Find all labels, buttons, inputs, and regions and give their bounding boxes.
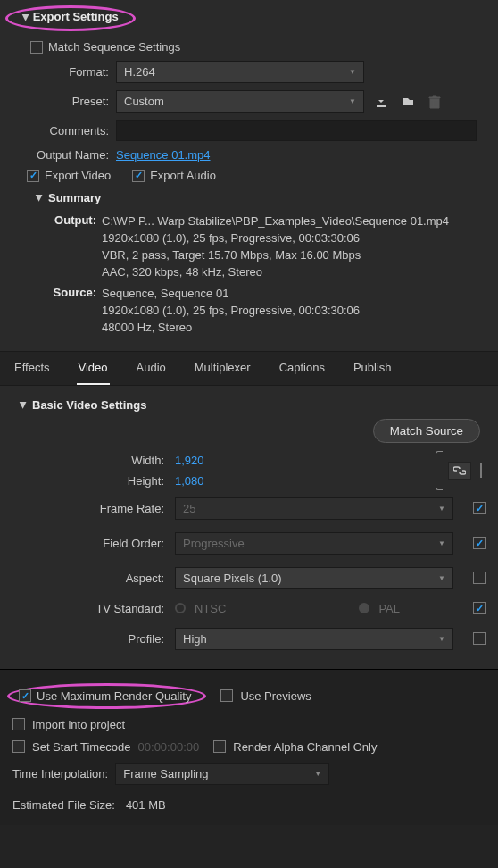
summary-source-text: Sequence, Sequence 01 1920x1080 (1.0), 2… — [102, 286, 487, 337]
import-project-label: Import into project — [32, 718, 125, 731]
tab-audio[interactable]: Audio — [135, 352, 168, 385]
export-audio-checkbox[interactable] — [132, 170, 145, 182]
chevron-down-icon: ▼ — [438, 539, 445, 547]
chevron-down-icon[interactable]: ▶ — [19, 401, 29, 408]
tab-video[interactable]: Video — [77, 352, 110, 385]
chevron-down-icon: ▼ — [349, 97, 356, 105]
aspect-select[interactable]: Square Pixels (1.0) ▼ — [175, 567, 453, 589]
summary-title: Summary — [48, 191, 101, 204]
use-previews-checkbox[interactable] — [220, 689, 233, 702]
aspect-label: Aspect: — [12, 572, 164, 585]
tab-captions[interactable]: Captions — [278, 352, 327, 385]
est-size-value: 401 MB — [126, 798, 166, 812]
use-previews-label: Use Previews — [240, 689, 311, 703]
tabs: Effects Video Audio Multiplexer Captions… — [0, 351, 498, 386]
time-interp-value: Frame Sampling — [123, 767, 208, 780]
chevron-down-icon: ▼ — [438, 635, 445, 643]
field-order-match-checkbox[interactable] — [473, 537, 486, 549]
dimensions-match-checkbox[interactable] — [480, 463, 482, 478]
profile-match-checkbox[interactable] — [473, 632, 486, 645]
match-source-button[interactable]: Match Source — [373, 419, 480, 443]
max-render-label: Use Maximum Render Quality — [37, 689, 191, 703]
field-order-value: Progressive — [183, 537, 245, 550]
link-dimensions-icon[interactable] — [448, 462, 471, 480]
pal-radio — [359, 603, 369, 613]
comments-input[interactable] — [116, 120, 477, 141]
output-name-label: Output Name: — [0, 148, 116, 162]
delete-preset-icon — [425, 92, 444, 112]
field-order-label: Field Order: — [12, 537, 164, 550]
pal-label: PAL — [378, 602, 400, 615]
comments-label: Comments: — [0, 124, 116, 138]
aspect-value: Square Pixels (1.0) — [183, 572, 282, 585]
export-audio-label: Export Audio — [150, 169, 216, 182]
tv-standard-match-checkbox[interactable] — [473, 602, 486, 614]
profile-value: High — [183, 632, 207, 646]
width-label: Width: — [12, 454, 164, 467]
match-sequence-label: Match Sequence Settings — [48, 40, 180, 54]
frame-rate-select: 25 ▼ — [175, 497, 453, 520]
max-render-checkbox[interactable] — [19, 689, 31, 702]
link-bracket — [436, 451, 443, 490]
import-project-checkbox[interactable] — [12, 718, 25, 730]
chevron-down-icon: ▼ — [438, 505, 445, 513]
field-order-select: Progressive ▼ — [175, 532, 453, 555]
ntsc-label: NTSC — [195, 602, 226, 615]
summary-output-label: Output: — [43, 213, 102, 280]
chevron-down-icon: ▼ — [314, 770, 321, 778]
tab-multiplexer[interactable]: Multiplexer — [193, 352, 253, 385]
height-value[interactable]: 1,080 — [175, 474, 204, 488]
tab-publish[interactable]: Publish — [352, 352, 394, 385]
preset-label: Preset: — [0, 95, 116, 108]
render-alpha-label: Render Alpha Channel Only — [233, 740, 377, 754]
width-value[interactable]: 1,920 — [175, 454, 204, 467]
profile-label: Profile: — [12, 632, 164, 646]
format-select[interactable]: H.264 ▼ — [116, 61, 364, 83]
set-start-tc-checkbox[interactable] — [12, 740, 25, 753]
export-video-checkbox[interactable] — [27, 170, 39, 182]
export-settings-highlight: ▶ Export Settings — [5, 5, 136, 31]
time-interp-label: Time Interpolation: — [12, 767, 108, 780]
preset-value: Custom — [124, 95, 164, 108]
max-render-highlight: Use Maximum Render Quality — [7, 683, 206, 709]
output-name-link[interactable]: Sequence 01.mp4 — [116, 148, 211, 162]
format-value: H.264 — [124, 65, 155, 79]
frame-rate-match-checkbox[interactable] — [473, 502, 486, 514]
render-alpha-checkbox[interactable] — [213, 740, 226, 753]
tv-standard-label: TV Standard: — [12, 602, 164, 615]
basic-video-title: Basic Video Settings — [32, 398, 146, 412]
save-preset-icon[interactable] — [371, 92, 391, 112]
format-label: Format: — [0, 65, 116, 79]
import-preset-icon[interactable] — [398, 92, 418, 112]
frame-rate-label: Frame Rate: — [12, 502, 164, 515]
export-video-label: Export Video — [45, 169, 111, 182]
match-sequence-checkbox[interactable] — [30, 41, 43, 54]
preset-select[interactable]: Custom ▼ — [116, 90, 364, 113]
est-size-label: Estimated File Size: — [12, 798, 115, 812]
chevron-down-icon: ▼ — [438, 574, 445, 582]
summary-output-text: C:\WP P... Warp Stabilize\PBP_Examples_V… — [102, 213, 487, 280]
height-label: Height: — [12, 474, 164, 488]
chevron-down-icon[interactable]: ▶ — [21, 14, 31, 21]
set-start-tc-label: Set Start Timecode — [32, 740, 131, 754]
chevron-down-icon: ▼ — [349, 68, 356, 76]
chevron-down-icon[interactable]: ▶ — [35, 195, 45, 202]
frame-rate-value: 25 — [183, 502, 195, 515]
ntsc-radio — [175, 603, 186, 613]
time-interp-select[interactable]: Frame Sampling ▼ — [115, 763, 329, 785]
profile-select[interactable]: High ▼ — [175, 628, 453, 650]
timecode-value: 00:00:00:00 — [138, 740, 200, 754]
export-settings-title: Export Settings — [33, 10, 119, 23]
summary-source-label: Source: — [43, 286, 102, 337]
tab-effects[interactable]: Effects — [12, 352, 52, 385]
aspect-match-checkbox[interactable] — [473, 572, 486, 584]
